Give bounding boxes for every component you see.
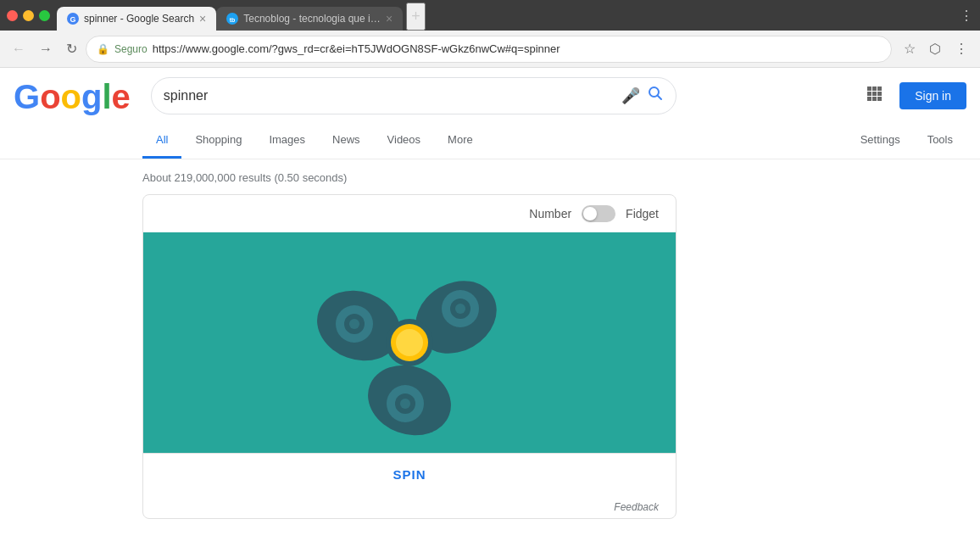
tab-tecnoblog[interactable]: tb Tecnoblog - tecnologia que in... × (216, 7, 403, 31)
google-page: G o o g l e 🎤 (0, 68, 980, 519)
voice-search-icon[interactable]: 🎤 (621, 86, 640, 105)
svg-point-20 (396, 329, 423, 356)
svg-rect-7 (872, 86, 877, 91)
toggle-switch[interactable] (582, 205, 615, 222)
svg-rect-11 (877, 92, 882, 96)
titlebar: G spinner - Google Search × tb Tecnoblog… (0, 0, 980, 31)
tab-tecnoblog-close-icon[interactable]: × (386, 12, 393, 25)
search-nav: All Shopping Images News Videos More Set… (0, 123, 980, 159)
svg-point-26 (400, 399, 410, 409)
titlebar-right: ⋮ (960, 8, 973, 24)
google-favicon: G (67, 13, 79, 25)
logo-letter-o1: o (40, 78, 60, 116)
feedback-area: Feedback (143, 496, 676, 518)
svg-rect-14 (877, 97, 882, 101)
bookmark-button[interactable]: ☆ (899, 36, 921, 62)
toolbar-icons: ☆ ⬡ ⋮ (899, 36, 973, 62)
svg-line-5 (657, 96, 661, 100)
close-button[interactable] (7, 10, 18, 21)
svg-rect-6 (867, 86, 871, 91)
nav-tab-more[interactable]: More (434, 123, 487, 159)
nav-tab-all[interactable]: All (142, 123, 181, 159)
svg-text:G: G (70, 15, 75, 24)
apps-button[interactable] (859, 78, 889, 113)
results-count: About 219,000,000 results (0.50 seconds) (142, 166, 980, 184)
titlebar-menu-icon[interactable]: ⋮ (960, 8, 973, 24)
search-input[interactable] (164, 88, 615, 103)
nav-tab-images[interactable]: Images (255, 123, 319, 159)
logo-letter-e: e (112, 78, 131, 116)
search-submit-icon[interactable] (647, 85, 664, 106)
address-bar[interactable]: 🔒 Seguro https://www.google.com/?gws_rd=… (86, 36, 892, 63)
back-button[interactable]: ← (7, 36, 31, 62)
search-box-wrapper: 🎤 (151, 77, 677, 114)
nav-tabs: All Shopping Images News Videos More (142, 123, 487, 159)
secure-label: Seguro (114, 43, 148, 55)
logo-letter-o2: o (61, 78, 81, 116)
spin-button[interactable]: SPIN (393, 467, 426, 482)
tabs-bar: G spinner - Google Search × tb Tecnoblog… (57, 0, 953, 31)
cast-button[interactable]: ⬡ (924, 36, 946, 62)
search-box: 🎤 (151, 77, 677, 114)
svg-rect-8 (877, 86, 882, 91)
minimize-button[interactable] (23, 10, 34, 21)
tecnoblog-favicon: tb (226, 13, 238, 25)
svg-point-23 (455, 304, 465, 314)
nav-tab-news[interactable]: News (319, 123, 374, 159)
svg-rect-12 (867, 97, 871, 101)
nav-tab-shopping[interactable]: Shopping (181, 123, 255, 159)
reload-button[interactable]: ↻ (61, 36, 82, 62)
nav-tab-tools[interactable]: Tools (914, 123, 966, 159)
svg-rect-9 (867, 92, 871, 96)
spinner-canvas[interactable] (143, 232, 676, 453)
lock-icon: 🔒 (97, 43, 109, 55)
number-option-label: Number (529, 207, 571, 220)
google-header: G o o g l e 🎤 (0, 68, 980, 123)
svg-rect-10 (872, 92, 877, 96)
window-controls (7, 10, 50, 21)
svg-text:tb: tb (230, 17, 236, 23)
tab-tecnoblog-label: Tecnoblog - tecnologia que in... (243, 13, 381, 25)
logo-letter-g: G (14, 78, 40, 116)
menu-button[interactable]: ⋮ (949, 36, 973, 62)
nav-tab-videos[interactable]: Videos (374, 123, 435, 159)
maximize-button[interactable] (39, 10, 50, 21)
fidget-option-label: Fidget (626, 207, 659, 220)
nav-settings: Settings Tools (847, 123, 980, 159)
logo-letter-g2: g (81, 78, 102, 116)
logo-letter-l: l (102, 78, 111, 116)
apps-grid-icon (866, 85, 883, 102)
toggle-thumb (583, 207, 597, 220)
results-area: About 219,000,000 results (0.50 seconds)… (0, 159, 980, 519)
spin-btn-area: SPIN (143, 453, 676, 496)
new-tab-button[interactable]: + (406, 3, 426, 31)
svg-rect-13 (872, 97, 877, 101)
tab-google-search[interactable]: G spinner - Google Search × (57, 7, 216, 31)
feedback-label[interactable]: Feedback (614, 501, 659, 513)
tab-close-icon[interactable]: × (199, 12, 206, 25)
fidget-spinner-svg (316, 249, 503, 436)
widget-options: Number Fidget (143, 195, 676, 232)
svg-point-29 (349, 319, 359, 329)
url-text: https://www.google.com/?gws_rd=cr&ei=hT5… (153, 42, 881, 55)
tab-google-search-label: spinner - Google Search (84, 13, 194, 25)
browser-toolbar: ← → ↻ 🔒 Seguro https://www.google.com/?g… (0, 31, 980, 68)
google-logo: G o o g l e (14, 78, 131, 116)
nav-tab-settings[interactable]: Settings (847, 123, 914, 159)
forward-button[interactable]: → (34, 36, 58, 62)
spinner-widget: Number Fidget (142, 194, 677, 519)
header-right: Sign in (859, 78, 966, 113)
signin-button[interactable]: Sign in (899, 82, 966, 109)
